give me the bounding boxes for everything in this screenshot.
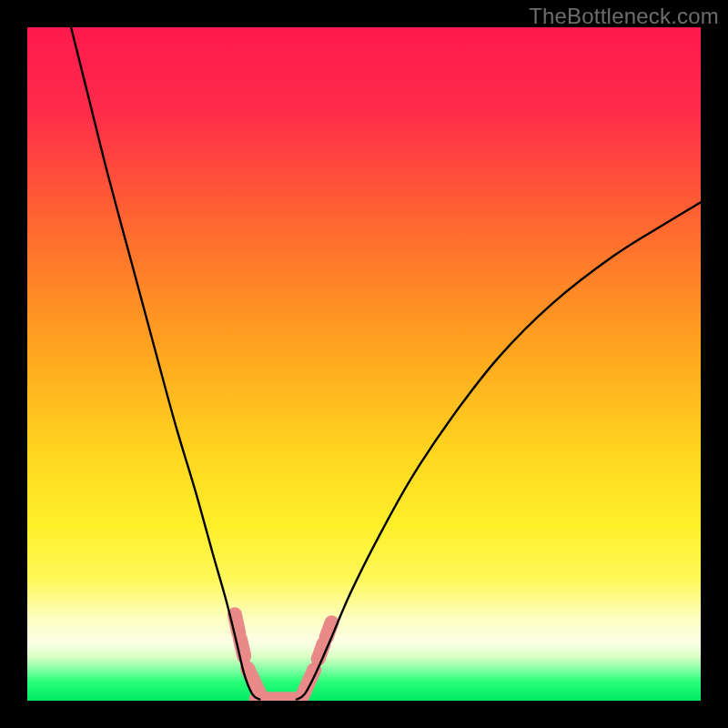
plot-area bbox=[27, 27, 701, 701]
watermark-text: TheBottleneck.com bbox=[529, 4, 719, 29]
chart-svg bbox=[27, 27, 701, 701]
gradient-background bbox=[27, 27, 701, 701]
marker-left-1 bbox=[240, 639, 244, 656]
marker-right-2 bbox=[327, 622, 332, 637]
marker-left-0 bbox=[235, 614, 238, 633]
chart-frame: TheBottleneck.com bbox=[0, 0, 728, 728]
